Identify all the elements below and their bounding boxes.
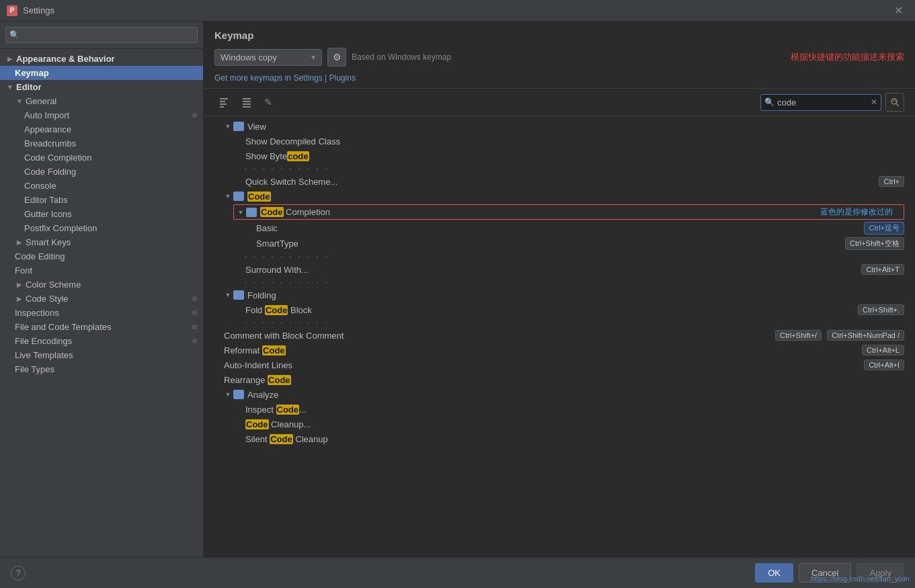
watermark-link[interactable]: https://blog.csdn.net/lian_yixin <box>811 575 910 583</box>
sidebar-item-live-templates[interactable]: Live Templates <box>0 348 203 362</box>
keymap-search-wrap: 🔍 ✕ <box>760 94 881 111</box>
sidebar-item-keymap[interactable]: Keymap <box>0 66 203 80</box>
find-action-button[interactable] <box>885 93 904 112</box>
help-button[interactable]: ? <box>11 566 26 581</box>
sidebar-item-file-encodings[interactable]: File Encodings ⊕ <box>0 334 203 348</box>
sidebar-item-breadcrumbs[interactable]: Breadcrumbs <box>0 136 203 151</box>
code-folder-row[interactable]: ▼ Code <box>204 189 915 204</box>
code-completion-folder-row[interactable]: ▼ Code Completion 蓝色的是你修改过的 <box>233 204 904 220</box>
svg-rect-0 <box>220 98 228 99</box>
sidebar-item-code-folding[interactable]: Code Folding <box>0 165 203 179</box>
arrow-icon: ▶ <box>15 238 24 247</box>
keymap-select[interactable]: Windows copy <box>214 49 322 66</box>
sidebar-item-inspections[interactable]: Inspections ⊕ <box>0 306 203 320</box>
surround-with-row[interactable]: Surround With... Ctrl+Alt+T <box>204 262 915 277</box>
code-cleanup-row[interactable]: Code Cleanup... <box>204 417 915 431</box>
sidebar-item-file-types[interactable]: File Types <box>0 362 203 376</box>
search-box: 🔍 <box>0 22 203 49</box>
sidebar-item-appearance-behavior[interactable]: ▶ Appearance & Behavior <box>0 52 203 66</box>
expand-all-button[interactable] <box>237 94 256 110</box>
divider-row: - - - - - - - - - - <box>204 317 915 328</box>
row-label: Quick Switch Scheme... <box>245 177 876 187</box>
sidebar-item-label: Font <box>15 265 32 276</box>
page-title: Keymap <box>214 30 904 41</box>
sidebar-item-label: Code Completion <box>24 153 91 163</box>
svg-line-9 <box>896 103 899 106</box>
show-decompiled-row[interactable]: Show Decompiled Class <box>204 134 915 149</box>
sidebar-item-file-code-templates[interactable]: File and Code Templates ⊕ <box>0 320 203 334</box>
row-label: Show Bytecode <box>245 151 904 161</box>
sidebar-item-label: Keymap <box>15 68 49 78</box>
sidebar-item-smart-keys[interactable]: ▶ Smart Keys <box>0 235 203 249</box>
sidebar-search-input[interactable] <box>5 27 198 43</box>
sidebar-item-label: Editor <box>16 82 42 92</box>
close-button[interactable]: ✕ <box>889 1 908 19</box>
main-header: Keymap Windows copy ▼ ⚙ Based on Windows… <box>204 22 915 89</box>
view-folder-row[interactable]: ▼ View <box>204 119 915 134</box>
sidebar-item-code-completion[interactable]: Code Completion <box>0 151 203 165</box>
sidebar-item-code-editing[interactable]: Code Editing <box>0 249 203 263</box>
keymap-search-input[interactable] <box>760 94 881 111</box>
sidebar-item-label: Color Scheme <box>26 280 81 290</box>
shortcut-badge: Ctrl+Shift+/ <box>775 330 822 341</box>
ok-button[interactable]: OK <box>755 563 793 583</box>
edit-button[interactable]: ✎ <box>260 94 276 110</box>
sidebar-item-label: Live Templates <box>15 350 73 360</box>
main-panel: Keymap Windows copy ▼ ⚙ Based on Windows… <box>204 22 915 557</box>
sidebar-item-general[interactable]: ▼ General <box>0 94 203 108</box>
silent-code-cleanup-row[interactable]: Silent Code Cleanup <box>204 431 915 446</box>
row-label: Silent Code Cleanup <box>245 434 904 444</box>
sidebar-item-auto-import[interactable]: Auto Import ⊕ <box>0 108 203 122</box>
svg-rect-6 <box>243 103 251 105</box>
content-area[interactable]: ▼ View Show Decompiled Class Show Byteco… <box>204 116 915 557</box>
smarttype-row[interactable]: SmartType Ctrl+Shift+空格 <box>204 236 915 251</box>
sidebar-item-label: General <box>26 96 56 106</box>
search-right: 🔍 ✕ <box>760 93 904 112</box>
gear-button[interactable]: ⚙ <box>327 48 346 67</box>
arrow-icon: ▶ <box>15 294 24 304</box>
clear-search-icon[interactable]: ✕ <box>871 97 877 107</box>
sidebar-item-console[interactable]: Console <box>0 179 203 193</box>
arrow-icon: ▼ <box>224 291 232 299</box>
sidebar-item-label: Appearance <box>24 124 71 134</box>
folding-folder-row[interactable]: ▼ Folding <box>204 288 915 302</box>
inspect-code-row[interactable]: Inspect Code... <box>204 402 915 417</box>
reformat-code-row[interactable]: Reformat Code Ctrl+Alt+L <box>204 343 915 358</box>
sidebar-item-color-scheme[interactable]: ▶ Color Scheme <box>0 278 203 292</box>
sidebar-item-label: Code Style <box>26 294 69 304</box>
sidebar-item-label: Breadcrumbs <box>24 138 76 149</box>
sidebar-item-editor-tabs[interactable]: Editor Tabs <box>0 193 203 207</box>
copy-icon: ⊕ <box>192 308 198 317</box>
comment-block-row[interactable]: Comment with Block Comment Ctrl+Shift+/ … <box>204 328 915 343</box>
folder-icon <box>233 390 244 399</box>
shortcut-badge: Ctrl+Alt+I <box>864 360 904 370</box>
row-label: Rearrange Code <box>224 375 904 385</box>
sidebar-item-label: Auto Import <box>24 110 69 120</box>
shortcut-badge-modified: Ctrl+逗号 <box>864 222 904 235</box>
sidebar-item-code-style[interactable]: ▶ Code Style ⊕ <box>0 292 203 306</box>
show-bytecode-row[interactable]: Show Bytecode <box>204 149 915 163</box>
quick-switch-row[interactable]: Quick Switch Scheme... Ctrl+ <box>204 174 915 189</box>
sidebar-item-label: File Types <box>15 364 54 374</box>
analyze-folder-row[interactable]: ▼ Analyze <box>204 387 915 402</box>
sidebar-item-postfix-completion[interactable]: Postfix Completion <box>0 221 203 235</box>
divider-row: - - - - - - - - - - <box>204 163 915 174</box>
sidebar-item-appearance[interactable]: Appearance <box>0 122 203 136</box>
app-icon: P <box>7 5 17 16</box>
sidebar-item-gutter-icons[interactable]: Gutter Icons <box>0 207 203 221</box>
rearrange-code-row[interactable]: Rearrange Code <box>204 372 915 387</box>
row-label: Code <box>247 192 904 202</box>
collapse-all-button[interactable] <box>214 94 233 110</box>
svg-rect-3 <box>220 106 224 108</box>
arrow-icon: ▼ <box>224 122 232 130</box>
basic-row[interactable]: Basic Ctrl+逗号 <box>204 220 915 236</box>
copy-icon: ⊕ <box>192 337 198 345</box>
fold-code-block-row[interactable]: Fold Code Block Ctrl+Shift+. <box>204 302 915 317</box>
auto-indent-row[interactable]: Auto-Indent Lines Ctrl+Alt+I <box>204 358 915 372</box>
sidebar-item-label: Code Editing <box>15 251 65 261</box>
sidebar-item-editor[interactable]: ▼ Editor <box>0 80 203 94</box>
get-more-keymaps-link[interactable]: Get more keymaps in Settings | Plugins <box>214 73 356 83</box>
arrow-icon: ▼ <box>237 208 245 216</box>
sidebar-item-label: File Encodings <box>15 336 72 346</box>
sidebar-item-font[interactable]: Font <box>0 263 203 278</box>
